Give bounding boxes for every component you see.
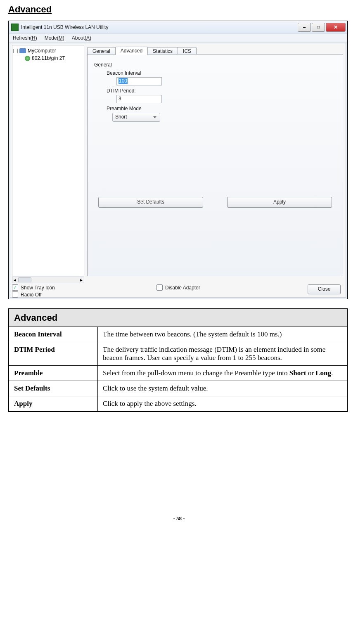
tab-bar: General Advanced Statistics ICS — [87, 46, 196, 55]
menu-refresh[interactable]: Refresh(R) — [13, 35, 37, 41]
table-row: Beacon Interval The time between two bea… — [9, 327, 347, 342]
table-row: Set Defaults Click to use the system def… — [9, 381, 347, 396]
workarea: – MyComputer 802.11b/g/n 2T ◂ ▸ General … — [10, 43, 346, 298]
term-cell: Set Defaults — [9, 381, 98, 396]
section-title: Advanced — [8, 4, 350, 15]
apply-button[interactable]: Apply — [227, 197, 332, 208]
close-button[interactable]: Close — [308, 284, 341, 294]
preamble-mode-label: Preamble Mode — [107, 106, 336, 111]
app-window: Intelligent 11n USB Wireless LAN Utility… — [8, 21, 348, 299]
desc-cell: The delivery traffic indication message … — [98, 342, 348, 366]
tree-child[interactable]: 802.11b/g/n 2T — [13, 54, 83, 62]
preamble-mode-select[interactable]: Short — [112, 113, 160, 122]
group-general-label: General — [94, 62, 336, 68]
desc-cell: Click to use the system default value. — [98, 381, 348, 396]
checkbox-icon: ✓ — [12, 284, 18, 291]
desc-cell: Click to apply the above settings. — [98, 396, 348, 412]
bottom-bar: ✓ Show Tray Icon Radio Off Disable Adapt… — [12, 284, 344, 297]
show-tray-icon-label: Show Tray Icon — [21, 285, 55, 291]
radio-off-label: Radio Off — [21, 292, 41, 298]
titlebar: Intelligent 11n USB Wireless LAN Utility… — [9, 21, 347, 33]
radio-off-checkbox[interactable]: Radio Off — [12, 291, 55, 298]
scrollbar-thumb[interactable] — [18, 277, 31, 282]
desc-cell: The time between two beacons. (The syste… — [98, 327, 348, 342]
desc-cell: Select from the pull-down menu to change… — [98, 366, 348, 381]
show-tray-icon-checkbox[interactable]: ✓ Show Tray Icon — [12, 284, 55, 291]
dtim-period-label: DTIM Period: — [107, 88, 336, 94]
minimize-button[interactable] — [298, 23, 311, 32]
advanced-panel: General Beacon Interval 100 DTIM Period:… — [87, 54, 343, 276]
disable-adapter-checkbox[interactable]: Disable Adapter — [156, 284, 200, 291]
description-table: Advanced Beacon Interval The time betwee… — [8, 308, 348, 412]
table-row: Preamble Select from the pull-down menu … — [9, 366, 347, 381]
table-header: Advanced — [9, 309, 347, 327]
app-icon — [11, 24, 19, 31]
window-title: Intelligent 11n USB Wireless LAN Utility — [21, 24, 297, 30]
term-cell: Beacon Interval — [9, 327, 98, 342]
window-close-button[interactable]: ✕ — [326, 23, 346, 32]
set-defaults-button[interactable]: Set Defaults — [98, 197, 203, 208]
dtim-period-value: 3 — [119, 96, 121, 102]
tree-horizontal-scrollbar[interactable]: ◂ ▸ — [12, 277, 84, 283]
menu-about[interactable]: About(A) — [72, 35, 91, 41]
checkbox-icon — [12, 291, 18, 298]
tree-child-label: 802.11b/g/n 2T — [32, 55, 65, 61]
device-tree[interactable]: – MyComputer 802.11b/g/n 2T — [12, 45, 84, 276]
term-cell: DTIM Period — [9, 342, 98, 366]
table-row: DTIM Period The delivery traffic indicat… — [9, 342, 347, 366]
menu-mode[interactable]: Mode(M) — [45, 35, 64, 41]
page-number: - 58 - — [8, 515, 350, 522]
dtim-period-input[interactable]: 3 — [116, 95, 162, 103]
disable-adapter-label: Disable Adapter — [165, 285, 200, 291]
term-cell: Apply — [9, 396, 98, 412]
beacon-interval-value: 100 — [119, 78, 128, 84]
beacon-interval-input[interactable]: 100 — [116, 77, 162, 85]
table-row: Apply Click to apply the above settings. — [9, 396, 347, 412]
beacon-interval-label: Beacon Interval — [107, 70, 336, 76]
collapse-icon[interactable]: – — [13, 49, 18, 53]
preamble-mode-value: Short — [115, 114, 127, 120]
term-cell: Preamble — [9, 366, 98, 381]
tree-root-label: MyComputer — [28, 48, 56, 54]
adapter-icon — [25, 56, 30, 61]
tab-advanced[interactable]: Advanced — [115, 47, 148, 55]
computer-icon — [19, 48, 26, 53]
menubar: Refresh(R) Mode(M) About(A) — [9, 33, 347, 43]
checkbox-icon — [156, 284, 163, 291]
tree-root[interactable]: – MyComputer — [13, 47, 83, 54]
maximize-button[interactable] — [312, 23, 325, 32]
